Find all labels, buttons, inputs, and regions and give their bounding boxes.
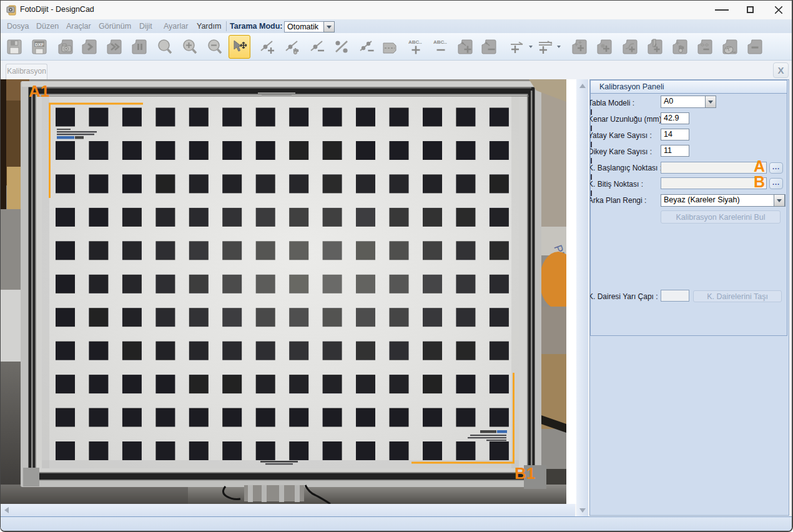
svg-text:ABC..: ABC.. <box>433 39 447 45</box>
svg-text:DXF: DXF <box>35 42 44 47</box>
svg-text:ABC..: ABC.. <box>408 39 422 45</box>
svg-text:B1: B1 <box>515 464 535 483</box>
svg-text:A1: A1 <box>29 82 49 101</box>
